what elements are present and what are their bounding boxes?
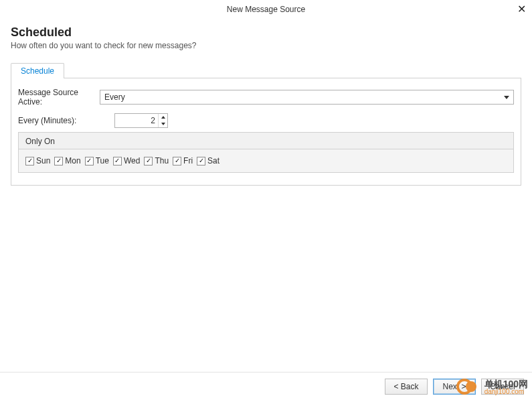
checkbox-day-sat[interactable]: ✓Sat xyxy=(197,156,219,165)
checkbox-box: ✓ xyxy=(85,157,94,165)
checkbox-label: Fri xyxy=(183,156,193,165)
checkbox-day-mon[interactable]: ✓Mon xyxy=(54,156,80,165)
checkbox-box: ✓ xyxy=(173,157,181,165)
select-active-value: Every xyxy=(104,92,125,102)
checkbox-box: ✓ xyxy=(25,157,34,165)
spinner-interval-value[interactable]: 2 xyxy=(115,114,158,127)
chevron-down-icon xyxy=(504,96,509,99)
check-icon: ✓ xyxy=(114,157,120,164)
group-only-on-title: Only On xyxy=(19,133,513,149)
tab-schedule[interactable]: Schedule xyxy=(11,63,64,78)
check-icon: ✓ xyxy=(56,157,62,164)
check-icon: ✓ xyxy=(86,157,92,164)
checkbox-label: Sat xyxy=(207,156,219,165)
close-icon: ✕ xyxy=(517,3,526,15)
spinner-down-button[interactable] xyxy=(159,121,167,127)
checkbox-day-fri[interactable]: ✓Fri xyxy=(173,156,193,165)
checkbox-label: Tue xyxy=(96,156,109,165)
label-active: Message Source Active: xyxy=(18,88,100,107)
next-button[interactable]: Next > xyxy=(433,379,476,395)
tabstrip: Schedule xyxy=(11,62,521,78)
page-title: Scheduled xyxy=(11,25,521,40)
tabs-container: Schedule Message Source Active: Every Ev… xyxy=(11,62,521,186)
row-active: Message Source Active: Every xyxy=(18,88,514,107)
label-interval: Every (Minutes): xyxy=(18,116,100,125)
check-icon: ✓ xyxy=(146,157,151,164)
spinner-up-button[interactable] xyxy=(159,114,167,121)
checkbox-box: ✓ xyxy=(197,157,205,165)
checkbox-day-tue[interactable]: ✓Tue xyxy=(85,156,109,165)
back-button-label: < Back xyxy=(393,382,418,391)
cancel-button[interactable]: Cancel xyxy=(481,379,524,395)
arrow-up-icon xyxy=(161,116,165,119)
checkbox-label: Sun xyxy=(36,156,50,165)
row-interval: Every (Minutes): 2 xyxy=(18,113,514,128)
wizard-footer: < Back Next > Cancel xyxy=(0,372,532,400)
page-header: Scheduled How often do you want to check… xyxy=(0,19,532,53)
cancel-button-label: Cancel xyxy=(490,382,515,391)
check-icon: ✓ xyxy=(199,157,204,164)
group-only-on: Only On ✓Sun✓Mon✓Tue✓Wed✓Thu✓Fri✓Sat xyxy=(18,132,514,173)
days-row: ✓Sun✓Mon✓Tue✓Wed✓Thu✓Fri✓Sat xyxy=(19,149,513,172)
close-button[interactable]: ✕ xyxy=(513,1,529,17)
checkbox-box: ✓ xyxy=(54,157,63,165)
back-button[interactable]: < Back xyxy=(385,379,428,395)
next-button-label: Next > xyxy=(442,382,466,391)
checkbox-day-thu[interactable]: ✓Thu xyxy=(144,156,169,165)
checkbox-box: ✓ xyxy=(144,157,153,165)
checkbox-label: Mon xyxy=(65,156,80,165)
page-subtitle: How often do you want to check for new m… xyxy=(11,41,521,50)
spinner-interval[interactable]: 2 xyxy=(114,113,168,128)
checkbox-box: ✓ xyxy=(113,157,122,165)
arrow-down-icon xyxy=(161,123,165,125)
wizard-window: New Message Source ✕ Scheduled How often… xyxy=(0,0,532,400)
checkbox-label: Wed xyxy=(124,156,140,165)
checkbox-day-wed[interactable]: ✓Wed xyxy=(113,156,140,165)
titlebar: New Message Source ✕ xyxy=(0,0,532,19)
tab-panel-schedule: Message Source Active: Every Every (Minu… xyxy=(11,78,521,186)
check-icon: ✓ xyxy=(27,157,33,164)
spinner-buttons xyxy=(158,114,167,127)
tab-label: Schedule xyxy=(21,66,54,76)
select-active[interactable]: Every xyxy=(100,90,514,105)
checkbox-label: Thu xyxy=(155,156,169,165)
window-title: New Message Source xyxy=(227,5,305,14)
check-icon: ✓ xyxy=(175,157,180,164)
checkbox-day-sun[interactable]: ✓Sun xyxy=(25,156,50,165)
